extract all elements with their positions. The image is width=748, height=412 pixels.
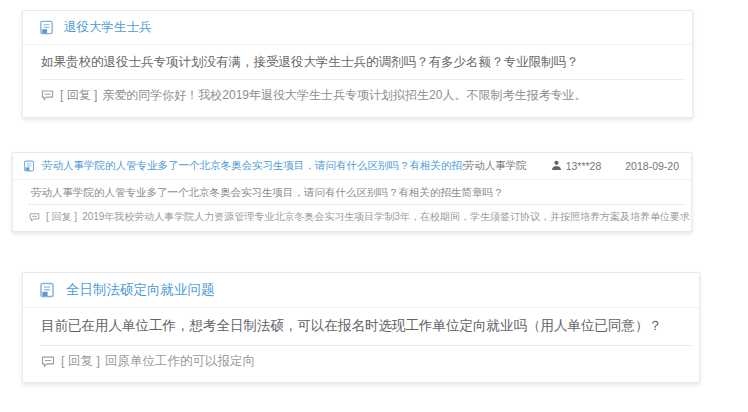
department-label: 劳动人事学院 — [464, 159, 527, 173]
question-text: 如果贵校的退役士兵专项计划没有满，接受退役大学生士兵的调剂吗？有多少名额？专业限… — [23, 45, 692, 70]
question-card-header: 退役大学生士兵 — [23, 11, 692, 44]
document-icon — [39, 20, 54, 35]
post-date: 2018-09-20 — [625, 160, 679, 172]
speech-bubble-icon — [41, 89, 54, 102]
question-title-link[interactable]: 退役大学生士兵 — [64, 19, 152, 36]
question-card: 全日制法硕定向就业问题 目前已在用人单位工作，想考全日制法硕，可以在报名时选现工… — [22, 272, 700, 383]
question-card: 劳动人事学院的人管专业多了一个北京冬奥会实习生项目，请问有什么区别吗？有相关的招… — [12, 152, 692, 232]
reply-label: [ 回复 ] — [46, 210, 77, 224]
question-text: 劳动人事学院的人管专业多了一个北京冬奥会实习生项目，请问有什么区别吗？有相关的招… — [13, 180, 691, 199]
question-title-link[interactable]: 全日制法硕定向就业问题 — [66, 281, 215, 299]
question-card-header: 全日制法硕定向就业问题 — [23, 273, 699, 307]
person-icon — [551, 160, 562, 173]
reply-row: [ 回复 ] 亲爱的同学你好！我校2019年退役大学生士兵专项计划拟招生20人。… — [23, 80, 692, 104]
question-title-link[interactable]: 劳动人事学院的人管专业多了一个北京冬奥会实习生项目，请问有什么区别吗？有相关的招… — [42, 159, 464, 173]
reply-text: 亲爱的同学你好！我校2019年退役大学生士兵专项计划拟招生20人。不限制考生报考… — [102, 87, 586, 104]
reply-label: [ 回复 ] — [61, 353, 100, 370]
question-card: 退役大学生士兵 如果贵校的退役士兵专项计划没有满，接受退役大学生士兵的调剂吗？有… — [22, 10, 693, 118]
document-icon — [23, 160, 35, 172]
username-masked: 13***28 — [566, 160, 602, 172]
document-icon — [39, 282, 55, 298]
question-text: 目前已在用人单位工作，想考全日制法硕，可以在报名时选现工作单位定向就业吗（用人单… — [23, 308, 699, 335]
reply-row: [ 回复 ] 2019年我校劳动人事学院人力资源管理专业北京冬奥会实习生项目学制… — [13, 205, 691, 224]
user-group: 13***28 — [551, 160, 602, 173]
qa-consultation-page: 退役大学生士兵 如果贵校的退役士兵专项计划没有满，接受退役大学生士兵的调剂吗？有… — [0, 0, 748, 412]
speech-bubble-icon — [29, 212, 40, 223]
speech-bubble-icon — [41, 355, 55, 369]
reply-row: [ 回复 ] 回原单位工作的可以报定向 — [23, 346, 699, 370]
reply-text: 2019年我校劳动人事学院人力资源管理专业北京冬奥会实习生项目学制3年，在校期间… — [82, 210, 691, 224]
reply-label: [ 回复 ] — [60, 87, 97, 104]
question-meta: 劳动人事学院 13***28 2018-09-20 — [464, 159, 681, 173]
question-card-header: 劳动人事学院的人管专业多了一个北京冬奥会实习生项目，请问有什么区别吗？有相关的招… — [13, 153, 691, 179]
reply-text: 回原单位工作的可以报定向 — [105, 353, 255, 370]
